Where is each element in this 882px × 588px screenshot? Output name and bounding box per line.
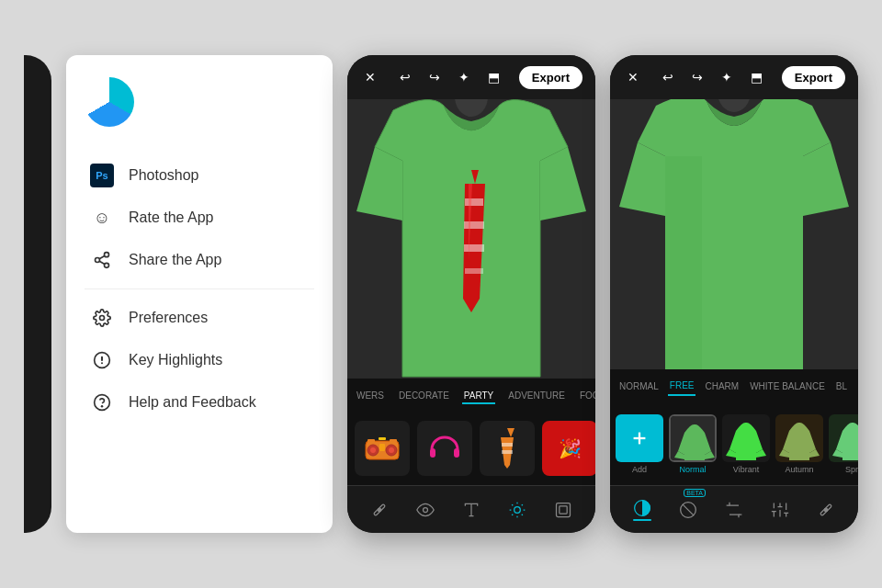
crop-tool[interactable] — [720, 496, 748, 524]
svg-point-0 — [105, 253, 109, 257]
phone1-bottom-toolbar — [347, 485, 595, 533]
close-button-2[interactable]: ✕ — [623, 67, 643, 87]
svg-rect-28 — [454, 448, 459, 458]
filter-cat-normal[interactable]: NORMAL — [617, 378, 661, 395]
phone2-filter-categories: NORMAL FREE CHARM WHITE BALANCE BL — [610, 369, 858, 402]
menu-label-help: Help and Feedback — [129, 394, 256, 411]
filter-autumn-label: Autumn — [785, 465, 813, 474]
export-button-1[interactable]: Export — [519, 66, 582, 89]
phone-panel-2: ✕ ↩ ↪ ✦ ⬒ Export — [610, 55, 858, 533]
phone2-canvas — [610, 99, 858, 369]
filter-cat-bl[interactable]: BL — [834, 378, 849, 395]
filter-autumn[interactable]: Autumn — [775, 414, 823, 474]
menu-item-preferences[interactable]: Preferences — [85, 297, 314, 339]
text-tool[interactable] — [458, 496, 485, 524]
sticker-tie[interactable] — [480, 421, 535, 476]
magic-button-2[interactable]: ✦ — [717, 67, 737, 87]
tshirt-svg-1 — [347, 99, 595, 379]
cat-wers[interactable]: WERS — [355, 387, 386, 404]
cat-foo[interactable]: FOO — [578, 387, 595, 404]
export-button-2[interactable]: Export — [782, 66, 845, 89]
menu-item-photoshop[interactable]: Ps Photoshop — [85, 154, 314, 197]
filter-add-button[interactable] — [616, 414, 663, 462]
redo-button-2[interactable]: ↪ — [687, 67, 707, 87]
menu-item-help[interactable]: Help and Feedback — [85, 381, 314, 424]
filter-vibrant-label: Vibrant — [733, 465, 759, 474]
partial-phone-left — [24, 55, 51, 533]
menu-label-preferences: Preferences — [129, 310, 208, 326]
menu-item-rate[interactable]: ☺ Rate the App — [85, 197, 314, 239]
app-logo — [85, 77, 134, 127]
ps-icon: Ps — [90, 164, 114, 187]
sliders-tool[interactable] — [766, 496, 794, 524]
sticker-party[interactable]: 🎉 — [542, 421, 595, 476]
close-button-1[interactable]: ✕ — [360, 67, 380, 87]
frame-tool[interactable] — [549, 496, 577, 524]
scene: Ps Photoshop ☺ Rate the App Share the Ap… — [0, 0, 882, 588]
svg-line-50 — [683, 504, 694, 515]
svg-rect-39 — [560, 505, 567, 513]
svg-point-34 — [424, 507, 428, 512]
redo-button-1[interactable]: ↪ — [424, 67, 445, 87]
filter-add-container: Add — [616, 414, 663, 474]
phone1-sticker-bar: 🎉 — [347, 412, 595, 485]
phone2-bottom-toolbar: BETA — [610, 485, 858, 533]
svg-point-8 — [101, 362, 103, 364]
phone1-toolbar-actions: ↩ ↪ ✦ ⬒ — [395, 67, 503, 87]
hue-tool[interactable] — [628, 496, 656, 524]
filter-cat-wb[interactable]: WHITE BALANCE — [748, 378, 827, 395]
svg-point-20 — [370, 447, 376, 453]
cat-adventure[interactable]: ADVENTURE — [506, 387, 567, 404]
svg-rect-27 — [430, 448, 435, 458]
phone-panel-1: ✕ ↩ ↪ ✦ ⬒ Export — [347, 55, 595, 533]
bandaid-tool-2[interactable] — [812, 496, 840, 524]
phone1-category-bar: WERS DECORATE PARTY ADVENTURE FOO — [347, 379, 595, 412]
svg-point-5 — [100, 316, 105, 321]
svg-rect-26 — [379, 437, 386, 440]
cat-decorate[interactable]: DECORATE — [397, 387, 451, 404]
svg-point-63 — [824, 508, 827, 511]
filter-cat-charm[interactable]: CHARM — [703, 378, 741, 395]
phone1-canvas — [347, 99, 595, 379]
menu-divider-1 — [85, 288, 314, 289]
magic-button-1[interactable]: ✦ — [454, 67, 474, 87]
phone1-toolbar: ✕ ↩ ↪ ✦ ⬒ Export — [347, 55, 595, 99]
svg-rect-24 — [368, 439, 375, 443]
svg-rect-23 — [379, 444, 385, 451]
phone2-toolbar-actions: ↩ ↪ ✦ ⬒ — [658, 67, 766, 87]
menu-panel: Ps Photoshop ☺ Rate the App Share the Ap… — [66, 55, 333, 533]
bandaid-tool[interactable] — [366, 496, 393, 524]
sticker-boombox[interactable] — [355, 421, 410, 476]
question-icon — [90, 390, 114, 414]
svg-point-37 — [514, 506, 521, 513]
exclamation-icon — [90, 348, 114, 372]
undo-button-2[interactable]: ↩ — [658, 67, 678, 87]
sticker-headphones[interactable] — [417, 421, 472, 476]
noentry-tool[interactable]: BETA — [674, 496, 702, 524]
menu-item-highlights[interactable]: Key Highlights — [85, 339, 314, 381]
beta-badge: BETA — [684, 489, 706, 497]
menu-label-photoshop: Photoshop — [129, 167, 199, 184]
tshirt-svg-2 — [610, 99, 858, 369]
layers-button-1[interactable]: ⬒ — [483, 67, 503, 87]
emoji-icon: ☺ — [90, 206, 114, 230]
filter-cat-free[interactable]: FREE — [668, 377, 696, 396]
svg-point-2 — [105, 263, 109, 267]
filter-spri[interactable]: Spri — [829, 414, 858, 474]
cat-party[interactable]: PARTY — [462, 387, 495, 404]
menu-label-share: Share the App — [129, 252, 221, 268]
layers-button-2[interactable]: ⬒ — [746, 67, 766, 87]
eye-tool[interactable] — [412, 496, 439, 524]
menu-item-share[interactable]: Share the App — [85, 239, 314, 281]
svg-rect-38 — [557, 503, 571, 516]
share-icon — [90, 248, 114, 272]
phone2-filter-bar: Add Normal — [610, 402, 858, 485]
svg-point-33 — [378, 508, 380, 511]
filter-normal[interactable]: Normal — [669, 414, 717, 474]
undo-button-1[interactable]: ↩ — [395, 67, 415, 87]
adjust-tool[interactable] — [503, 496, 531, 524]
svg-line-4 — [99, 255, 105, 258]
svg-point-22 — [389, 447, 394, 453]
filter-vibrant[interactable]: Vibrant — [722, 414, 770, 474]
gear-icon — [90, 306, 114, 330]
